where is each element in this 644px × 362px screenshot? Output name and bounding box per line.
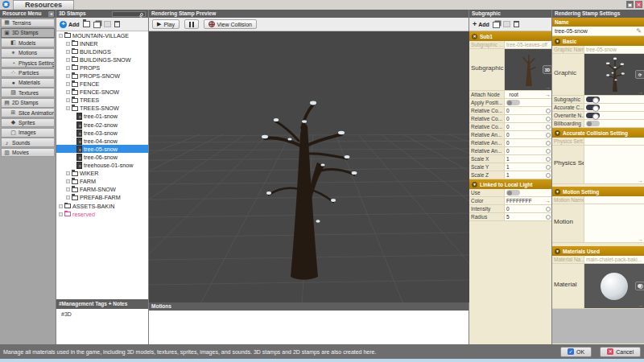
open-arrow-icon[interactable]: →: [545, 92, 551, 97]
reset-icon[interactable]: [546, 109, 551, 113]
open-arrow-icon[interactable]: →: [545, 198, 551, 204]
tree-row[interactable]: treehouse-01-snow: [56, 162, 148, 170]
tree-row[interactable]: tree-02-snow: [56, 121, 148, 129]
sidebar-item[interactable]: ♪ Sounds: [1, 138, 55, 147]
tree-row[interactable]: MOUNTAIN-VILLAGE: [56, 31, 148, 39]
property-value[interactable]: 0: [506, 206, 550, 212]
sidebar-item[interactable]: ✶ Motions: [1, 48, 55, 58]
open-subgraphic-arrow-icon[interactable]: →: [545, 84, 551, 90]
dock-icon[interactable]: ▣: [626, 1, 634, 8]
property-row[interactable]: Scale Y 1 →: [469, 163, 551, 171]
motion-thumbnail[interactable]: →: [584, 204, 644, 242]
stamp-name-row[interactable]: tree-05-snow ✎: [552, 27, 644, 36]
sub1-section-header[interactable]: ✕ Sub1: [469, 31, 551, 41]
property-row[interactable]: Relative An... 0 →: [469, 139, 551, 147]
save-icon[interactable]: [503, 21, 510, 27]
property-row[interactable]: Use →: [469, 189, 551, 197]
property-value[interactable]: 1: [506, 172, 550, 178]
motions-list[interactable]: [149, 311, 469, 344]
property-row[interactable]: Relative An... 0 →: [469, 147, 551, 155]
3d-viewport[interactable]: [149, 31, 469, 302]
property-value[interactable]: 0: [506, 148, 550, 154]
tree-expander-icon[interactable]: [66, 58, 70, 62]
property-value[interactable]: 0: [506, 108, 550, 113]
tree-row[interactable]: PROPS-SNOW: [56, 72, 148, 80]
property-row[interactable]: Overwrite N... →: [552, 112, 644, 120]
basic-section-header[interactable]: ▾ Basic: [552, 36, 644, 46]
sidebar-item[interactable]: ▣ 3D Stamps: [1, 28, 55, 38]
physics-thumbnail[interactable]: →: [584, 146, 644, 183]
tree-row[interactable]: PREFAB-FARM: [56, 194, 148, 202]
toggle-switch[interactable]: [586, 105, 600, 110]
view-collision-button[interactable]: View Collision: [204, 19, 257, 29]
collision-section-header[interactable]: ▾ Accurate Collision Setting: [552, 128, 644, 138]
reset-icon[interactable]: [546, 125, 551, 130]
property-row[interactable]: Billboarding →: [552, 120, 644, 128]
pause-button[interactable]: [184, 19, 199, 29]
tree-expander-icon[interactable]: [59, 212, 63, 216]
tree-expander-icon[interactable]: [59, 34, 63, 38]
tree-row[interactable]: WIKER: [56, 170, 148, 178]
tree-row[interactable]: tree-03-snow: [56, 129, 148, 137]
tree-expander-icon[interactable]: [66, 106, 70, 110]
tree-row[interactable]: FARM: [56, 178, 148, 186]
reset-icon[interactable]: [546, 117, 551, 121]
property-row[interactable]: Scale Z 1 →: [469, 171, 551, 179]
property-row[interactable]: Radius 5 →: [469, 213, 551, 221]
property-row[interactable]: Intensity 0 →: [469, 205, 551, 213]
reset-icon[interactable]: [546, 157, 551, 162]
tree-row[interactable]: ASSETS-BAKIN: [56, 202, 148, 210]
search-input[interactable]: [112, 11, 146, 17]
open-motion-arrow-icon[interactable]: →: [638, 237, 643, 242]
tree-row[interactable]: FENCE-SNOW: [56, 88, 148, 97]
motion-section-header[interactable]: ▾ Motion Setting: [552, 187, 644, 196]
tree-expander-icon[interactable]: [66, 82, 70, 86]
property-value[interactable]: 0: [506, 132, 550, 138]
tree-row[interactable]: tree-05-snow: [56, 145, 148, 153]
subgraphic-thumbnail[interactable]: 3D →: [505, 49, 551, 90]
collapse-sidebar-icon[interactable]: ◄: [48, 11, 54, 17]
close-icon[interactable]: ✕: [635, 1, 642, 8]
reset-icon[interactable]: [546, 149, 551, 154]
property-value[interactable]: 1: [506, 156, 550, 162]
toggle-switch[interactable]: [586, 113, 600, 118]
property-row[interactable]: Subgraphic →: [552, 96, 644, 104]
tree-expander-icon[interactable]: [66, 171, 70, 175]
reset-icon[interactable]: [546, 133, 551, 138]
sidebar-item[interactable]: ◧ Models: [1, 38, 55, 47]
tree-row[interactable]: reserved: [56, 210, 148, 218]
sidebar-item[interactable]: ● Materials: [1, 78, 55, 88]
property-row[interactable]: Relative Co... 0 →: [469, 115, 551, 123]
local-light-section-header[interactable]: ▾ Linked to Local Light: [469, 179, 551, 189]
sidebar-item[interactable]: ▨ Textures: [1, 88, 55, 97]
tree-expander-icon[interactable]: [59, 204, 63, 208]
tree-expander-icon[interactable]: [66, 66, 70, 70]
tags-content[interactable]: #3D: [56, 309, 148, 344]
save-icon[interactable]: [104, 21, 111, 27]
toggle-switch[interactable]: [506, 190, 520, 195]
sidebar-item[interactable]: ▦ Terrains: [1, 19, 55, 28]
reset-icon[interactable]: [546, 141, 551, 146]
edit-name-icon[interactable]: ✎: [636, 27, 642, 35]
tree-expander-icon[interactable]: [66, 187, 70, 191]
tree-row[interactable]: FENCE: [56, 80, 148, 88]
reset-icon[interactable]: [546, 165, 551, 170]
tree-row[interactable]: INNER: [56, 39, 148, 47]
property-row[interactable]: Relative Co... 0 →: [469, 123, 551, 131]
sidebar-item[interactable]: ▥ Movies: [1, 148, 55, 158]
open-graphic-arrow-icon[interactable]: →: [638, 89, 643, 95]
sidebar-item[interactable]: ▤ 2D Stamps: [1, 98, 55, 108]
trash-icon[interactable]: [114, 21, 120, 27]
reset-icon[interactable]: [546, 173, 551, 178]
toggle-switch[interactable]: [586, 121, 600, 126]
sidebar-item[interactable]: ⊞ Slice Animation: [1, 108, 55, 117]
materials-section-header[interactable]: ▾ Materials Used: [552, 246, 644, 256]
add-stamp-button[interactable]: + Add: [60, 21, 80, 28]
tree-expander-icon[interactable]: [66, 42, 70, 46]
property-value[interactable]: 0: [506, 140, 550, 146]
property-row[interactable]: Relative Co... 0 →: [469, 107, 551, 115]
property-value[interactable]: 5: [506, 214, 550, 220]
tree-expander-icon[interactable]: [66, 74, 70, 78]
tree-expander-icon[interactable]: [66, 90, 70, 94]
tree-row[interactable]: tree-04-snow: [56, 137, 148, 145]
